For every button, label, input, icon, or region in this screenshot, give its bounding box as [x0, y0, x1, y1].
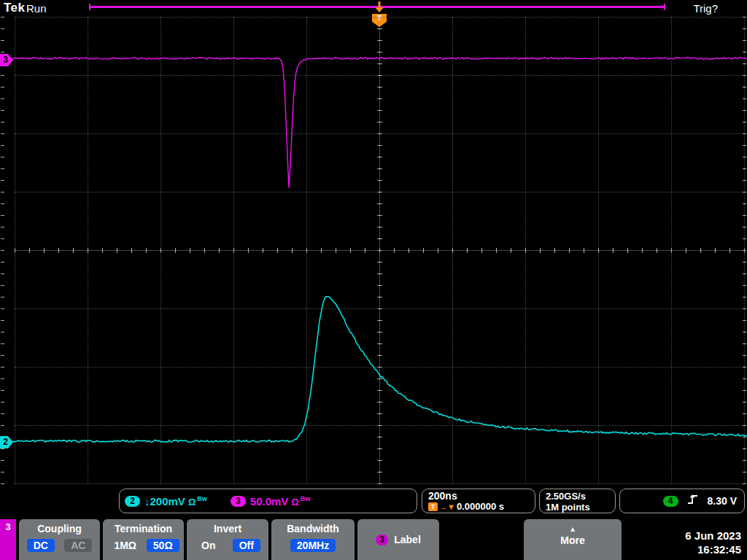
trigger-level: 8.30 V — [708, 495, 737, 507]
waveform-display — [0, 0, 747, 560]
invert-off-option[interactable]: Off — [233, 539, 260, 552]
ch2-badge: 2 — [125, 496, 140, 507]
left-edge-ticks — [1, 17, 4, 484]
trigger-readout-box: 4 8.30 V — [619, 489, 745, 513]
sample-rate: 2.50GS/s — [546, 491, 609, 502]
label-ch3-badge: 3 — [376, 534, 388, 545]
ch3-badge: 3 — [231, 496, 246, 507]
ch3-position-marker[interactable]: 3 — [0, 54, 13, 66]
termination-50ohm-option[interactable]: 50Ω — [147, 539, 179, 552]
ch3-termination-icon: Ω — [291, 497, 298, 508]
time-display: 16:32:45 — [685, 542, 741, 556]
rising-edge-icon — [687, 494, 699, 508]
bandwidth-title: Bandwidth — [271, 523, 355, 534]
date-display: 6 Jun 2023 — [685, 529, 741, 542]
more-title: More — [524, 534, 622, 546]
ch2-termination-icon: Ω — [188, 497, 196, 508]
invert-on-option[interactable]: On — [195, 539, 222, 552]
bandwidth-20mhz-option[interactable]: 20MHz — [290, 539, 336, 552]
trace-ch2 — [0, 297, 747, 443]
oscilloscope-screen: Tek Run Trig? T 3 2 2 ↓200mVΩBw 3 50.0mV… — [0, 0, 747, 560]
termination-title: Termination — [103, 523, 184, 534]
trigger-position-readout: T →▼ 0.000000 s — [428, 502, 529, 512]
ch2-position-marker[interactable]: 2 — [0, 436, 13, 448]
ch2-bandwidth-limit-icon: Bw — [197, 495, 207, 502]
trigger-t-icon: T — [428, 502, 438, 511]
ch2-scale-readout: ↓200mVΩBw — [144, 495, 207, 508]
menu-more-button[interactable]: ▲ More — [524, 519, 622, 560]
acquisition-status: Run — [26, 2, 47, 15]
ch3-scale-readout: 50.0mVΩBw — [250, 495, 310, 508]
coupling-dc-option[interactable]: DC — [27, 539, 55, 552]
termination-1mohm-option[interactable]: 1MΩ — [107, 539, 143, 552]
acquisition-readout-box: 2.50GS/s 1M points — [539, 489, 616, 513]
trigger-position-value: 0.000000 s — [457, 502, 504, 512]
menu-termination-button[interactable]: Termination 1MΩ 50Ω — [103, 519, 184, 560]
menu-label-button[interactable]: 3 Label — [357, 519, 439, 560]
ch4-badge: 4 — [663, 496, 678, 507]
invert-title: Invert — [187, 523, 268, 534]
datetime: 6 Jun 2023 16:32:45 — [685, 529, 741, 556]
trigger-status: Trig? — [693, 2, 718, 15]
trigger-arrow-icon: →▼ — [439, 502, 455, 512]
trace-ch3 — [0, 58, 747, 188]
menu-channel-tab: 3 — [0, 519, 16, 560]
timebase-scale: 200ns — [428, 491, 529, 502]
coupling-title: Coupling — [19, 523, 100, 534]
menu-bandwidth-button[interactable]: Bandwidth 20MHz — [271, 519, 355, 560]
channel-readouts-box: 2 ↓200mVΩBw 3 50.0mVΩBw — [119, 489, 417, 513]
coupling-ac-option[interactable]: AC — [64, 539, 92, 552]
ch3-bandwidth-limit-icon: Bw — [301, 495, 311, 502]
record-length: 1M points — [546, 502, 609, 513]
menu-invert-button[interactable]: Invert On Off — [187, 519, 268, 560]
label-title: Label — [394, 534, 421, 545]
center-horizontal-ticks — [15, 248, 745, 253]
tek-logo: Tek — [4, 1, 26, 15]
trigger-position-arrow-icon[interactable] — [374, 1, 385, 13]
menu-coupling-button[interactable]: Coupling DC AC — [19, 519, 100, 560]
more-up-arrow-icon: ▲ — [524, 525, 622, 533]
timebase-readout-box: 200ns T →▼ 0.000000 s — [422, 489, 535, 513]
